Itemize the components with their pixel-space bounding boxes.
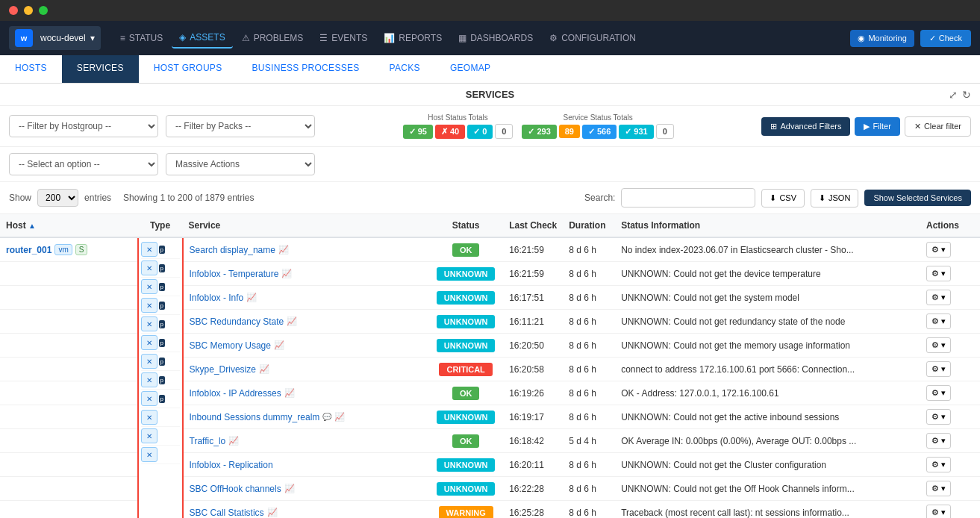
actions-dropdown-button[interactable]: ⚙ ▾ <box>926 313 951 329</box>
service-name-link[interactable]: SBC Redundancy State <box>190 316 284 327</box>
entries-select[interactable]: 200 <box>37 189 78 207</box>
service-name-link[interactable]: Infoblox - Replication <box>190 460 273 470</box>
hostgroup-filter[interactable]: -- Filter by Hostgroup -- <box>9 115 158 137</box>
tab-packs[interactable]: PACKS <box>375 55 435 83</box>
host-badge-pending[interactable]: 0 <box>495 124 513 139</box>
action-type-btn[interactable]: ✕ <box>141 354 157 369</box>
actions-dropdown-button[interactable]: ⚙ ▾ <box>926 385 951 401</box>
action-type-btn[interactable]: ✕ <box>141 391 157 406</box>
svc-badge-warn[interactable]: 89 <box>559 125 580 138</box>
minimize-button[interactable] <box>24 6 33 15</box>
service-name-link[interactable]: Skype_Drivesize <box>190 364 256 375</box>
actions-dropdown-button[interactable]: ⚙ ▾ <box>926 481 951 496</box>
service-name-link[interactable]: SBC Memory Usage <box>190 340 271 351</box>
col-host[interactable]: Host ▲ <box>0 214 138 237</box>
json-button[interactable]: ⬇ JSON <box>811 189 858 207</box>
actions-dropdown-button[interactable]: ⚙ ▾ <box>926 266 951 281</box>
filter-button[interactable]: ▶ Filter <box>855 117 899 136</box>
check-button[interactable]: ✓ Check <box>920 30 971 47</box>
status-info-cell: OK Average IN: 0.00bps (0.00%), Average … <box>615 429 920 453</box>
host-badge-down[interactable]: ✗ 40 <box>435 125 465 139</box>
svc-badge-pend[interactable]: 0 <box>656 124 674 139</box>
actions-dropdown-button[interactable]: ⚙ ▾ <box>926 242 951 258</box>
clear-filter-button[interactable]: ✕ Clear filter <box>905 116 971 137</box>
action-type-btn[interactable]: ✕ <box>141 410 157 425</box>
nav-dashboards[interactable]: ▦ DASHBOARDS <box>451 28 540 48</box>
tab-host-groups[interactable]: HOST GROUPS <box>139 55 237 83</box>
problems-nav-label: PROBLEMS <box>254 33 304 43</box>
action-type-btn[interactable]: ✕ <box>141 298 157 313</box>
service-name-link[interactable]: SBC OffHook channels <box>190 484 281 494</box>
service-cell: Traffic_lo 📈 <box>183 429 429 453</box>
nav-assets[interactable]: ◈ ASSETS <box>172 28 232 49</box>
csv-button[interactable]: ⬇ CSV <box>761 189 805 207</box>
service-name-link[interactable]: Infoblox - Info <box>190 293 244 303</box>
host-cell <box>0 429 138 453</box>
tab-business-processes[interactable]: BUSINESS PROCESSES <box>237 55 374 83</box>
action-type-btn[interactable]: ✕ <box>141 335 157 350</box>
top-nav: w wocu-devel ▾ ≡ STATUS ◈ ASSETS ⚠ PROBL… <box>0 21 980 55</box>
action-type-btn[interactable]: ✕ <box>141 372 157 387</box>
maximize-button[interactable] <box>39 6 48 15</box>
host-cell <box>0 501 138 519</box>
status-badge: OK <box>452 434 480 448</box>
actions-dropdown-button[interactable]: ⚙ ▾ <box>926 361 951 377</box>
service-name-link[interactable]: Infoblox - IP Addresses <box>190 388 281 399</box>
graph-icon: 📈 <box>259 364 269 374</box>
service-name-link[interactable]: Inbound Sessions dummy_realm <box>190 412 320 422</box>
actions-dropdown-button[interactable]: ⚙ ▾ <box>926 337 951 353</box>
tab-services[interactable]: SERVICES <box>62 55 139 83</box>
advanced-filters-button[interactable]: ⊞ Advanced Filters <box>761 117 850 136</box>
actions-dropdown-button[interactable]: ⚙ ▾ <box>926 457 951 472</box>
graph-icon: 📈 <box>274 340 284 350</box>
refresh-icon[interactable]: ↻ <box>962 89 971 101</box>
actions-dropdown-button[interactable]: ⚙ ▾ <box>926 409 951 425</box>
nav-events[interactable]: ☰ EVENTS <box>312 28 375 48</box>
svc-badge-ok[interactable]: ✓ 293 <box>522 125 556 139</box>
p-badge: p <box>159 246 165 254</box>
app-name-dropdown[interactable]: w wocu-devel ▾ <box>9 26 101 50</box>
svc-badge-unk[interactable]: ✓ 931 <box>619 125 653 139</box>
duration-cell: 8 d 6 h <box>563 286 615 310</box>
tab-hosts[interactable]: HOSTS <box>0 55 62 83</box>
select-option-filter[interactable]: -- Select an option -- <box>9 153 158 175</box>
last-check-cell: 16:19:17 <box>503 405 563 429</box>
actions-dropdown-button[interactable]: ⚙ ▾ <box>926 290 951 305</box>
status-badge: UNKNOWN <box>437 411 496 424</box>
action-type-btn[interactable]: ✕ <box>141 242 157 257</box>
duration-cell: 8 d 6 h <box>563 501 615 519</box>
packs-filter[interactable]: -- Filter by Packs -- <box>166 115 315 137</box>
host-badge-ok[interactable]: ✓ 95 <box>403 125 433 139</box>
problems-nav-icon: ⚠ <box>242 33 250 43</box>
nav-status[interactable]: ≡ STATUS <box>113 28 171 48</box>
service-name-link[interactable]: Traffic_lo <box>190 436 226 446</box>
host-name-link[interactable]: router_001 <box>6 245 52 255</box>
monitoring-icon: ◉ <box>858 34 865 43</box>
svc-badge-crit[interactable]: ✓ 566 <box>582 125 617 139</box>
tab-geomap[interactable]: GEOMAP <box>435 55 505 83</box>
actions-dropdown-button[interactable]: ⚙ ▾ <box>926 433 951 449</box>
action-type-btn[interactable]: ✕ <box>141 279 157 294</box>
monitoring-button[interactable]: ◉ Monitoring <box>850 30 914 47</box>
action-type-btn[interactable]: ✕ <box>141 316 157 331</box>
nav-reports[interactable]: 📊 REPORTS <box>376 28 449 48</box>
massive-actions-filter[interactable]: Massive Actions <box>166 153 315 175</box>
action-type-btn[interactable]: ✕ <box>141 260 157 275</box>
action-type-btn[interactable]: ✕ <box>141 447 157 462</box>
service-name-link[interactable]: Search display_name <box>190 245 275 255</box>
nav-problems[interactable]: ⚠ PROBLEMS <box>234 28 311 48</box>
action-type-btn[interactable]: ✕ <box>141 428 157 443</box>
type-cell: ✕ p ✕ p ✕ p ✕ p ✕ p ✕ p ✕ p ✕ p <box>138 237 183 518</box>
nav-configuration[interactable]: ⚙ CONFIGURATION <box>542 28 643 48</box>
show-selected-button[interactable]: Show Selected Services <box>864 190 971 206</box>
expand-icon[interactable]: ⤢ <box>949 89 958 101</box>
service-name-link[interactable]: SBC Call Statistics <box>190 508 264 518</box>
close-button[interactable] <box>9 6 18 15</box>
last-check-cell: 16:21:59 <box>503 262 563 286</box>
host-badge-unreach[interactable]: ✓ 0 <box>467 125 493 139</box>
search-input[interactable] <box>621 188 755 207</box>
p-badge: p <box>159 320 165 328</box>
filter-funnel-icon: ⊞ <box>770 122 777 131</box>
actions-dropdown-button[interactable]: ⚙ ▾ <box>926 505 951 518</box>
service-name-link[interactable]: Infoblox - Temperature <box>190 269 279 279</box>
